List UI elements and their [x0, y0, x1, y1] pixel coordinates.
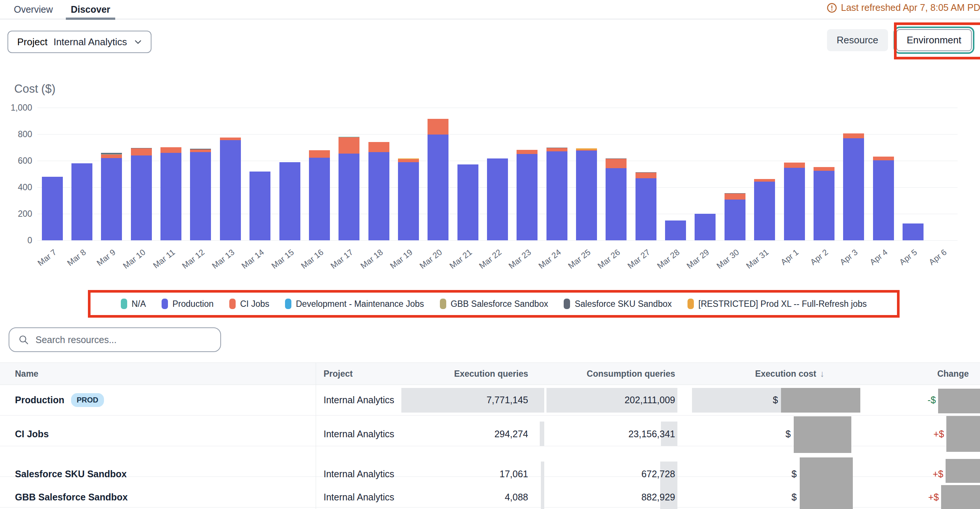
chart-legend: N/AProductionCI JobsDevelopment - Mainte…: [91, 293, 897, 315]
bar-segment[interactable]: [101, 158, 122, 240]
table-header-row: Name Project Execution queries Consumpti…: [0, 363, 980, 385]
bar-segment[interactable]: [339, 154, 360, 240]
column-header-consumption-queries[interactable]: Consumption queries: [541, 363, 686, 385]
bar-segment[interactable]: [487, 159, 508, 240]
bar-segment[interactable]: [784, 168, 805, 240]
redacted-change-value: [938, 388, 980, 413]
bar-segment[interactable]: [220, 140, 241, 240]
table-row[interactable]: CI JobsInternal Analytics294,27423,156,3…: [0, 415, 980, 446]
bar-segment[interactable]: [576, 148, 597, 150]
bar-segment[interactable]: [606, 159, 627, 168]
bar-segment[interactable]: [724, 200, 746, 240]
table-row[interactable]: GBB Salesforce SandboxInternal Analytics…: [0, 477, 980, 507]
bar-segment[interactable]: [606, 168, 627, 240]
bar-segment[interactable]: [190, 149, 211, 152]
column-header-execution-cost[interactable]: Execution cost↓: [686, 363, 872, 385]
bar-segment[interactable]: [517, 150, 538, 154]
legend-item[interactable]: Production: [162, 299, 213, 309]
bar-segment[interactable]: [72, 163, 92, 240]
bar-segment[interactable]: [309, 158, 330, 240]
bar-segment[interactable]: [813, 171, 835, 240]
bar-segment[interactable]: [368, 152, 390, 240]
bar-segment[interactable]: [279, 162, 301, 240]
table-row[interactable]: ProductionPRODInternal Analytics7,771,14…: [0, 385, 980, 415]
bar-segment[interactable]: [457, 165, 479, 240]
bar-segment[interactable]: [190, 152, 211, 240]
bar-segment[interactable]: [695, 214, 716, 240]
bar-segment[interactable]: [546, 147, 568, 148]
legend-item[interactable]: [RESTRICTED] Prod XL -- Full-Refresh job…: [687, 299, 867, 309]
column-header-change[interactable]: Change: [872, 363, 980, 385]
bar-segment[interactable]: [101, 154, 122, 158]
legend-item[interactable]: GBB Salesforce Sandbox: [440, 299, 548, 309]
bar-segment[interactable]: [635, 178, 657, 240]
bar-segment[interactable]: [813, 167, 835, 171]
bar-segment[interactable]: [635, 172, 657, 173]
column-header-execution-queries[interactable]: Execution queries: [400, 363, 541, 385]
bar-segment[interactable]: [843, 133, 864, 138]
bar-segment[interactable]: [546, 151, 568, 240]
bar-segment[interactable]: [724, 193, 746, 199]
bar-segment[interactable]: [428, 119, 449, 135]
bar-segment[interactable]: [665, 220, 686, 240]
resource-name-cell[interactable]: GBB Salesforce Sandbox: [0, 477, 316, 509]
bar-segment[interactable]: [902, 224, 924, 240]
bar-segment[interactable]: [576, 150, 597, 151]
x-axis-tick-label: Mar 10: [113, 247, 147, 277]
legend-item[interactable]: CI Jobs: [229, 299, 269, 309]
bar-segment[interactable]: [131, 155, 152, 240]
project-name: Internal Analytics: [323, 492, 394, 503]
resource-name-cell[interactable]: ProductionPROD: [0, 385, 316, 415]
bar-segment[interactable]: [398, 159, 419, 159]
search-input[interactable]: [35, 335, 212, 345]
bar-segment[interactable]: [42, 177, 63, 240]
x-axis-tick-label: Mar 11: [143, 247, 177, 277]
x-axis-tick-label: Mar 15: [261, 247, 296, 277]
bar-segment[interactable]: [784, 163, 805, 168]
legend-label: Production: [172, 299, 213, 309]
consumption-queries-value: 23,156,341: [628, 429, 675, 439]
bar-segment[interactable]: [843, 138, 864, 240]
environment-badge: PROD: [71, 393, 104, 407]
bar-segment[interactable]: [161, 147, 181, 153]
x-axis-tick-label: Mar 21: [439, 247, 474, 277]
bar-segment[interactable]: [754, 182, 775, 240]
column-header-project[interactable]: Project: [316, 363, 400, 385]
bar-segment[interactable]: [576, 151, 597, 240]
bar-segment[interactable]: [131, 148, 152, 149]
bar-segment[interactable]: [190, 149, 211, 149]
bar-segment[interactable]: [309, 150, 330, 158]
legend-item[interactable]: N/A: [121, 299, 146, 309]
bar-segment[interactable]: [339, 137, 360, 137]
bar-segment[interactable]: [220, 138, 241, 140]
legend-swatch-icon: [564, 299, 570, 309]
execution-queries-value: 7,771,145: [487, 395, 528, 406]
bar-segment[interactable]: [546, 148, 568, 152]
execution-queries-value: 294,274: [495, 429, 528, 439]
bar-segment[interactable]: [428, 135, 449, 240]
bar-segment[interactable]: [368, 142, 390, 152]
bar-segment[interactable]: [101, 154, 122, 154]
bar-segment[interactable]: [398, 162, 419, 240]
legend-item[interactable]: Development - Maintenance Jobs: [285, 299, 424, 309]
y-axis-tick-label: 0: [4, 235, 32, 246]
bar-segment[interactable]: [873, 157, 894, 160]
x-axis-tick-label: Apr 5: [885, 247, 919, 277]
bar-segment[interactable]: [517, 154, 538, 240]
bar-segment[interactable]: [161, 153, 181, 240]
bar-segment[interactable]: [101, 153, 122, 154]
bar-segment[interactable]: [398, 159, 419, 163]
bar-segment[interactable]: [606, 159, 627, 159]
x-axis-tick-label: Mar 12: [172, 247, 207, 277]
legend-item[interactable]: Salesforce SKU Sandbox: [564, 299, 672, 309]
bar-segment[interactable]: [250, 171, 270, 240]
bar-segment[interactable]: [635, 173, 657, 178]
bar-segment[interactable]: [754, 179, 775, 182]
column-header-name[interactable]: Name: [0, 363, 316, 385]
bar-segment[interactable]: [873, 160, 894, 240]
bar-segment[interactable]: [724, 193, 746, 193]
cost-stacked-bar-chart: 02004006008001,000Mar 7Mar 8Mar 9Mar 10M…: [0, 0, 980, 284]
execution-queries-cell: 4,088: [400, 477, 541, 509]
bar-segment[interactable]: [339, 137, 360, 154]
bar-segment[interactable]: [131, 148, 152, 155]
